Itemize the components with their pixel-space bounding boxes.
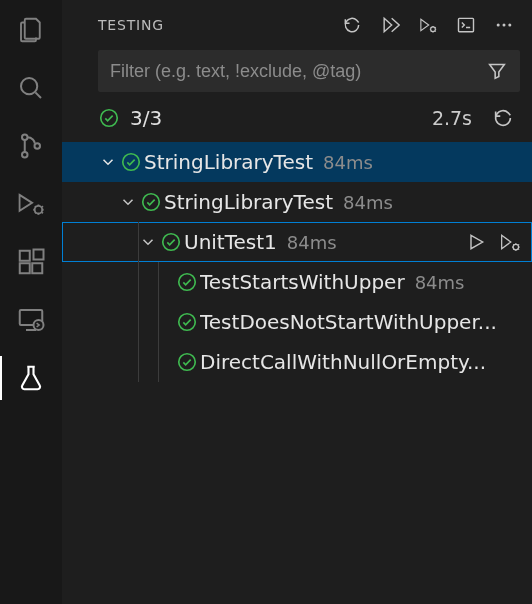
pass-icon — [176, 351, 198, 373]
debug-play-icon[interactable] — [498, 232, 522, 252]
debug-all-icon — [418, 14, 438, 36]
tree-label: UnitTest1 — [184, 230, 277, 254]
testing-sidebar: TESTING — [62, 0, 532, 604]
tree-label: TestStartsWithUpper — [200, 270, 405, 294]
pass-icon — [140, 191, 162, 213]
svg-rect-6 — [20, 263, 30, 273]
activity-search[interactable] — [15, 72, 47, 104]
svg-point-1 — [22, 135, 28, 141]
svg-point-13 — [497, 24, 500, 27]
svg-point-23 — [179, 354, 196, 371]
tree-desc: 84ms — [343, 192, 393, 213]
svg-point-15 — [508, 24, 511, 27]
more-actions-button[interactable] — [494, 15, 514, 35]
pass-icon — [176, 311, 198, 333]
svg-point-21 — [179, 274, 196, 291]
extensions-icon — [16, 247, 46, 277]
debug-all-tests-button[interactable] — [418, 15, 438, 35]
tree-label: StringLibraryTest — [144, 150, 313, 174]
tree-label: TestDoesNotStartWithUpper... — [200, 310, 497, 334]
tree-row-namespace[interactable]: StringLibraryTest84ms — [62, 182, 532, 222]
beaker-icon — [16, 363, 46, 393]
show-output-button[interactable] — [456, 15, 476, 35]
pass-icon — [98, 107, 120, 129]
svg-point-18 — [143, 194, 160, 211]
run-debug-icon — [15, 189, 47, 219]
tree-row-test[interactable]: TestStartsWithUpper84ms — [62, 262, 532, 302]
svg-point-16 — [101, 110, 118, 127]
panel-header: TESTING — [62, 0, 532, 50]
run-all-tests-button[interactable] — [380, 15, 400, 35]
activity-source-control[interactable] — [15, 130, 47, 162]
filter-input[interactable] — [110, 61, 476, 82]
search-icon — [16, 73, 46, 103]
status-duration: 2.7s — [432, 107, 472, 129]
pass-icon — [160, 231, 182, 253]
activity-explorer[interactable] — [15, 14, 47, 46]
tree-row-test[interactable]: TestDoesNotStartWithUpper... — [62, 302, 532, 342]
remote-icon — [16, 305, 46, 335]
activity-extensions[interactable] — [15, 246, 47, 278]
pass-icon — [120, 151, 142, 173]
activity-run-debug[interactable] — [15, 188, 47, 220]
filter-row — [62, 50, 532, 102]
more-icon — [494, 15, 514, 35]
run-all-icon — [380, 14, 400, 36]
chevron-down-icon — [139, 233, 157, 251]
terminal-output-icon — [456, 14, 476, 36]
tree-row-project[interactable]: StringLibraryTest84ms — [62, 142, 532, 182]
refresh-icon — [342, 15, 362, 35]
svg-point-17 — [123, 154, 140, 171]
tree-desc: 84ms — [287, 232, 337, 253]
tree-label: DirectCallWithNullOrEmpty... — [200, 350, 486, 374]
files-icon — [16, 15, 46, 45]
svg-point-19 — [163, 234, 180, 251]
chevron-down-icon — [99, 153, 117, 171]
svg-rect-12 — [459, 18, 474, 31]
svg-point-3 — [35, 143, 41, 149]
svg-point-2 — [22, 152, 28, 158]
svg-rect-5 — [20, 251, 30, 261]
tree-row-class[interactable]: UnitTest184ms — [62, 222, 532, 262]
tree-desc: 84ms — [323, 152, 373, 173]
refresh-tests-button[interactable] — [342, 15, 362, 35]
svg-rect-7 — [32, 263, 42, 273]
activity-bar — [0, 0, 62, 604]
pass-icon — [176, 271, 198, 293]
chevron-down-icon — [119, 193, 137, 211]
svg-point-22 — [179, 314, 196, 331]
svg-point-0 — [21, 78, 37, 94]
svg-point-14 — [503, 24, 506, 27]
activity-testing[interactable] — [15, 362, 47, 394]
status-ratio: 3/3 — [130, 106, 162, 130]
tree-label: StringLibraryTest — [164, 190, 333, 214]
play-icon[interactable] — [466, 232, 486, 252]
svg-rect-8 — [34, 250, 44, 260]
filter-box — [98, 50, 520, 92]
tree-desc: 84ms — [415, 272, 465, 293]
panel-title: TESTING — [98, 17, 330, 33]
activity-remote[interactable] — [15, 304, 47, 336]
refresh-icon[interactable] — [492, 107, 514, 129]
filter-funnel-icon[interactable] — [486, 60, 508, 82]
source-control-icon — [16, 131, 46, 161]
tree-row-test[interactable]: DirectCallWithNullOrEmpty... — [62, 342, 532, 382]
test-tree: StringLibraryTest84ms StringLibraryTest8… — [62, 142, 532, 382]
panel-header-actions — [342, 15, 514, 35]
status-row: 3/3 2.7s — [62, 102, 532, 142]
